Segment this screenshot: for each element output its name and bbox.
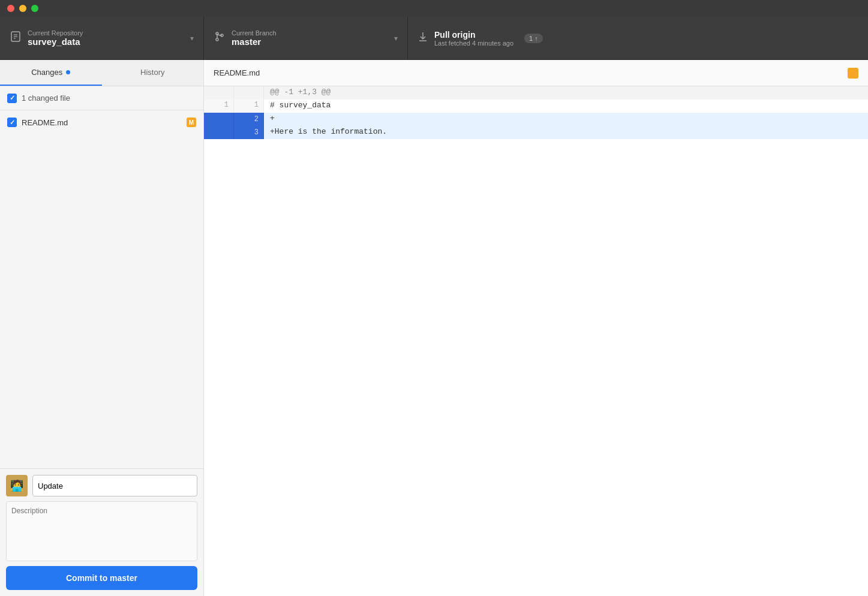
traffic-lights <box>7 5 38 12</box>
pull-badge: 1 ↑ <box>524 34 543 43</box>
svg-point-5 <box>216 38 218 41</box>
branch-section[interactable]: Current Branch master ▾ <box>204 17 408 59</box>
select-all-checkbox[interactable]: ✓ <box>7 94 17 103</box>
diff-line-2: 2 + <box>204 113 868 126</box>
main-content: Changes History ✓ 1 changed file ✓ READM… <box>0 60 868 596</box>
repo-name: survey_data <box>28 37 83 47</box>
branch-chevron-icon: ▾ <box>387 34 398 43</box>
pull-icon <box>418 31 428 45</box>
pull-section[interactable]: Pull origin Last fetched 4 minutes ago 1… <box>408 17 576 59</box>
sidebar-spacer <box>0 134 203 468</box>
diff-modified-badge <box>848 68 858 79</box>
diff-line-1: 1 1 # survey_data <box>204 100 868 113</box>
branch-name: master <box>232 37 277 47</box>
diff-line-3: 3 +Here is the information. <box>204 126 868 139</box>
branch-icon <box>214 31 226 46</box>
branch-label: Current Branch <box>232 29 277 37</box>
repo-chevron-icon: ▾ <box>183 34 194 43</box>
close-button[interactable] <box>7 5 14 12</box>
diff-line-1-content: # survey_data <box>264 100 868 113</box>
diff-hunk-new-num <box>234 86 264 100</box>
diff-content: @@ -1 +1,3 @@ 1 1 # survey_data 2 + 3 +H… <box>204 86 868 596</box>
diff-line-2-content: + <box>264 113 868 126</box>
branch-text: Current Branch master <box>232 29 277 47</box>
diff-header: README.md <box>204 60 868 86</box>
maximize-button[interactable] <box>31 5 38 12</box>
repo-section[interactable]: Current Repository survey_data ▾ <box>0 17 204 59</box>
file-item[interactable]: ✓ README.md M <box>0 110 203 134</box>
commit-area: 🧑‍💻 Commit to master <box>0 468 203 596</box>
repo-icon <box>10 31 22 46</box>
commit-title-input[interactable] <box>32 475 197 496</box>
minimize-button[interactable] <box>19 5 26 12</box>
file-checkbox[interactable]: ✓ <box>7 118 17 127</box>
toolbar-spacer <box>576 17 868 59</box>
description-textarea[interactable] <box>6 501 197 561</box>
file-modified-badge: M <box>187 118 196 127</box>
file-name: README.md <box>22 118 182 127</box>
diff-header-right <box>848 68 858 79</box>
diff-line-2-old-gutter <box>204 113 234 126</box>
commit-button[interactable]: Commit to master <box>6 566 197 590</box>
diff-panel: README.md @@ -1 +1,3 @@ 1 1 # survey_dat… <box>204 60 868 596</box>
diff-line-3-new-gutter: 3 <box>234 126 264 139</box>
diff-hunk-old-num <box>204 86 234 100</box>
diff-line-1-new-num: 1 <box>234 100 264 113</box>
pull-label: Pull origin <box>434 30 513 40</box>
tab-history[interactable]: History <box>102 60 204 86</box>
changed-files-count: 1 changed file <box>22 94 70 103</box>
file-list-header: ✓ 1 changed file <box>0 86 203 110</box>
diff-line-3-content: +Here is the information. <box>264 126 868 139</box>
diff-line-3-old-gutter <box>204 126 234 139</box>
tab-changes[interactable]: Changes <box>0 60 102 86</box>
commit-summary-row: 🧑‍💻 <box>6 475 197 496</box>
titlebar <box>0 0 868 17</box>
avatar: 🧑‍💻 <box>6 475 28 496</box>
sidebar: Changes History ✓ 1 changed file ✓ READM… <box>0 60 204 596</box>
tabs: Changes History <box>0 60 203 86</box>
toolbar: Current Repository survey_data ▾ Current… <box>0 17 868 60</box>
diff-filename: README.md <box>214 68 260 77</box>
diff-line-2-new-gutter: 2 <box>234 113 264 126</box>
pull-text: Pull origin Last fetched 4 minutes ago <box>434 30 513 47</box>
repo-text: Current Repository survey_data <box>28 29 83 47</box>
diff-hunk-header: @@ -1 +1,3 @@ <box>204 86 868 100</box>
diff-hunk-content: @@ -1 +1,3 @@ <box>264 86 868 100</box>
pull-subtitle: Last fetched 4 minutes ago <box>434 40 513 47</box>
changes-dot <box>66 70 70 74</box>
repo-label: Current Repository <box>28 29 83 37</box>
diff-line-1-old-num: 1 <box>204 100 234 113</box>
